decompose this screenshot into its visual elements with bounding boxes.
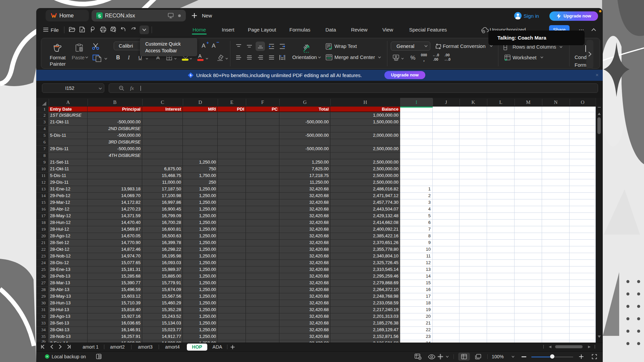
svg-text:S: S xyxy=(98,13,101,18)
